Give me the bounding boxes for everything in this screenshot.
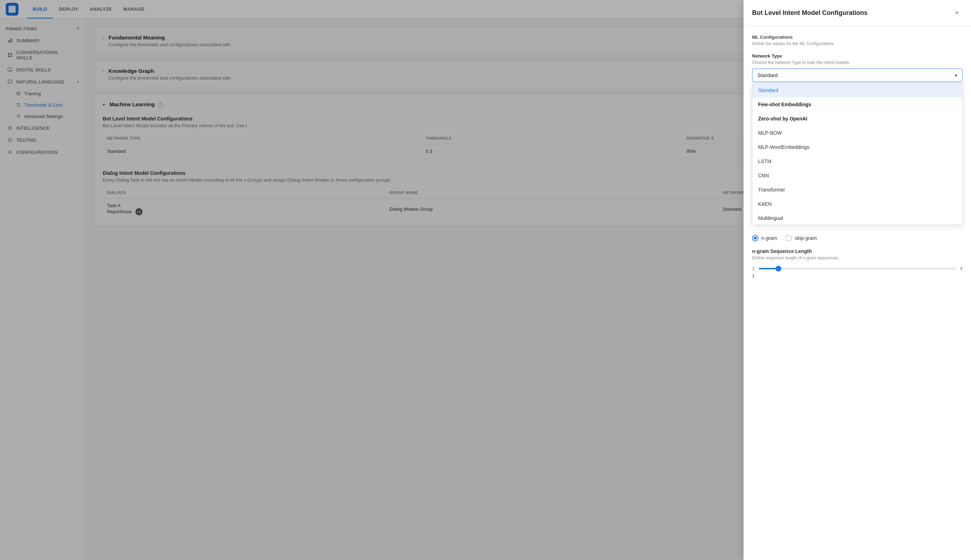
- dropdown-item-few-shot[interactable]: Few-shot Embeddings: [752, 97, 962, 112]
- dropdown-item-multilingual-1[interactable]: Multilingual: [752, 211, 962, 225]
- dropdown-item-lstm[interactable]: LSTM: [752, 154, 962, 168]
- sequence-length-desc: Define maximum length of n-gram sequence…: [752, 255, 963, 260]
- ngram-radio-group: n-gram skip-gram: [752, 235, 963, 241]
- ml-config-desc: Define the values for the ML Configurati…: [752, 41, 963, 46]
- slider-min-value: 1: [752, 266, 754, 271]
- dropdown-item-mlp-word[interactable]: MLP-WordEmbeddings: [752, 140, 962, 154]
- network-type-field: Network Type Choose the Network Type to …: [752, 53, 963, 82]
- slider-thumb[interactable]: [776, 266, 781, 272]
- selected-option-label: Standard: [757, 72, 777, 78]
- modal-header: Bot Level Intent Model Configurations ×: [744, 0, 971, 26]
- modal-body: ML Configurations Define the values for …: [744, 26, 971, 560]
- slider-current-value: 1: [752, 273, 963, 278]
- radio-option-ngram[interactable]: n-gram: [752, 235, 777, 241]
- ngram-radio-circle: [752, 235, 759, 241]
- network-type-sublabel: Choose the Network Type to train the int…: [752, 60, 963, 65]
- ngram-radio-section: n-gram skip-gram n-gram Sequence Length …: [752, 235, 963, 278]
- slider-row: 1 4: [752, 266, 963, 271]
- dropdown-list: Standard Few-shot Embeddings Zero-shot b…: [752, 83, 963, 225]
- ml-config-title: ML Configurations: [752, 35, 963, 40]
- network-type-select-wrapper: Standard ▾ Standard Few-shot Embeddings …: [752, 68, 963, 82]
- slider-track[interactable]: [759, 268, 956, 269]
- dropdown-item-kaen[interactable]: KAEN: [752, 197, 962, 211]
- dropdown-item-standard[interactable]: Standard: [752, 83, 962, 97]
- dropdown-item-zero-shot[interactable]: Zero-shot by OpenAI: [752, 112, 962, 126]
- skipgram-label: skip-gram: [795, 235, 816, 241]
- dropdown-item-transformer[interactable]: Transformer: [752, 183, 962, 197]
- network-type-label: Network Type: [752, 53, 963, 58]
- network-type-select[interactable]: Standard ▾: [752, 68, 963, 82]
- ngram-radio-dot: [754, 237, 757, 240]
- modal-title: Bot Level Intent Model Configurations: [752, 9, 868, 17]
- modal-panel: Bot Level Intent Model Configurations × …: [744, 0, 971, 560]
- dropdown-item-mlp-bow[interactable]: MLP-BOW: [752, 126, 962, 140]
- select-arrow-icon: ▾: [955, 72, 957, 78]
- slider-section: n-gram Sequence Length Define maximum le…: [752, 248, 963, 278]
- ngram-label: n-gram: [761, 235, 777, 241]
- dropdown-item-cnn[interactable]: CNN: [752, 168, 962, 183]
- slider-max-value: 4: [960, 266, 963, 271]
- sequence-length-label: n-gram Sequence Length: [752, 248, 963, 254]
- modal-close-button[interactable]: ×: [951, 7, 963, 18]
- skipgram-radio-circle: [786, 235, 792, 241]
- radio-option-skipgram[interactable]: skip-gram: [786, 235, 816, 241]
